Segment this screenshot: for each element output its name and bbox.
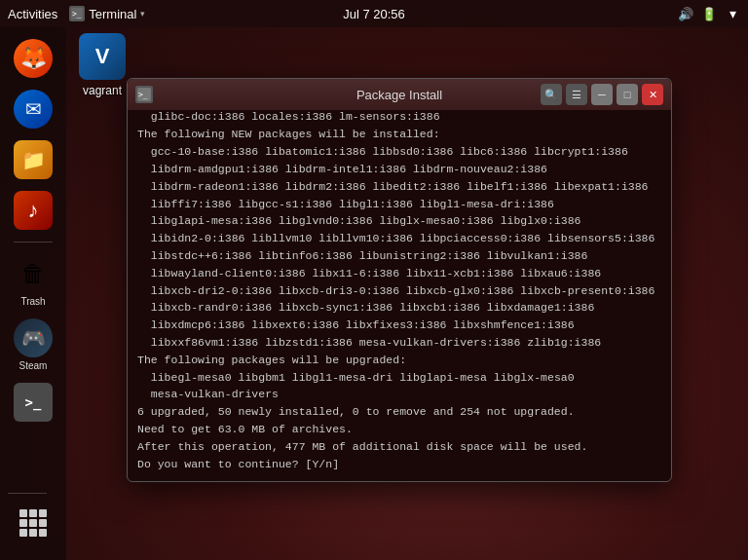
terminal-line: libglapi-mesa:i386 libglvnd0:i386 libglx… (137, 212, 661, 230)
dock-item-trash[interactable]: Trash (8, 250, 58, 311)
topbar: Activities >_ Terminal ▾ Jul 7 20:56 🔊 🔋… (0, 0, 748, 27)
terminal-window-title: Package Install (356, 88, 442, 102)
terminal-line: libegl-mesa0 libgbm1 libgl1-mesa-dri lib… (137, 369, 661, 387)
topbar-datetime: Jul 7 20:56 (343, 7, 405, 21)
dock: Trash Steam (0, 27, 66, 560)
terminal-line: libdrm-radeon1:i386 libdrm2:i386 libedit… (137, 178, 661, 196)
terminal-line: Do you want to continue? [Y/n] (137, 456, 661, 473)
menu-button[interactable]: ☰ (566, 84, 587, 105)
terminal-line: glibc-doc:i386 locales:i386 lm-sensors:i… (137, 110, 661, 126)
vagrant-icon: V (79, 33, 126, 80)
dock-item-appgrid[interactable] (8, 498, 58, 548)
terminal-line: libxcb-randr0:i386 libxcb-sync1:i386 lib… (137, 299, 661, 317)
thunderbird-icon (14, 90, 53, 129)
dock-item-terminal[interactable] (8, 379, 58, 426)
dock-label-trash: Trash (20, 296, 45, 307)
dock-item-steam[interactable]: Steam (8, 315, 58, 375)
topbar-time: 20:56 (373, 7, 405, 21)
terminal-line: 6 upgraded, 50 newly installed, 0 to rem… (137, 403, 661, 421)
terminal-titlebar: >_ Package Install 🔍 ☰ ─ □ ✕ (128, 79, 671, 110)
terminal-line: The following NEW packages will be insta… (137, 126, 661, 143)
terminal-line: libstdc++6:i386 libtinfo6:i386 libunistr… (137, 247, 661, 265)
topbar-left: Activities >_ Terminal ▾ (8, 6, 145, 21)
terminal-line: gcc-10-base:i386 libatomic1:i386 libbsd0… (137, 143, 661, 161)
rhythmbox-icon (14, 191, 53, 230)
desktop: Activities >_ Terminal ▾ Jul 7 20:56 🔊 🔋… (0, 0, 748, 560)
system-menu-icon[interactable]: ▾ (725, 6, 740, 21)
firefox-icon (14, 39, 53, 78)
terminal-line: libdrm-amdgpu1:i386 libdrm-intel1:i386 l… (137, 161, 661, 178)
terminal-dock-icon (14, 383, 53, 422)
battery-icon[interactable]: 🔋 (701, 6, 717, 21)
minimize-button[interactable]: ─ (591, 84, 613, 105)
terminal-line: Need to get 63.0 MB of archives. (137, 421, 661, 438)
terminal-taskbar-icon: >_ (69, 6, 85, 21)
terminal-line: libxcb-dri2-0:i386 libxcb-dri3-0:i386 li… (137, 282, 661, 300)
terminal-taskbar-label: Terminal (89, 7, 136, 21)
terminal-line: libffi7:i386 libgcc-s1:i386 libgl1:i386 … (137, 196, 661, 213)
volume-icon[interactable]: 🔊 (678, 6, 693, 21)
maximize-button[interactable]: □ (617, 84, 638, 105)
desktop-icon-vagrant[interactable]: V vagrant (73, 27, 131, 103)
titlebar-controls: 🔍 ☰ ─ □ ✕ (541, 84, 663, 105)
dock-item-firefox[interactable] (8, 35, 58, 82)
terminal-line: libidn2-0:i386 libllvm10 libllvm10:i386 … (137, 230, 661, 247)
dock-item-thunderbird[interactable] (8, 86, 58, 132)
dock-item-rhythmbox[interactable] (8, 187, 58, 234)
titlebar-app-icon: >_ (135, 86, 153, 103)
dock-bottom (8, 489, 58, 548)
dock-separator-1 (14, 242, 53, 243)
files-icon (14, 140, 53, 179)
steam-icon (14, 318, 53, 357)
terminal-line: libwayland-client0:i386 libx11-6:i386 li… (137, 265, 661, 282)
terminal-line: mesa-vulkan-drivers (137, 386, 661, 403)
terminal-body[interactable]: libxshmfence1:i386 libxxf86vm1:i386 libz… (128, 110, 671, 481)
dock-separator-2 (8, 493, 47, 494)
close-button[interactable]: ✕ (642, 84, 663, 105)
terminal-line: After this operation, 477 MB of addition… (137, 438, 661, 456)
svg-text:>_: >_ (138, 91, 148, 99)
svg-text:>_: >_ (72, 10, 82, 19)
terminal-line: libxxf86vm1:i386 libzstd1:i386 mesa-vulk… (137, 334, 661, 352)
dock-label-steam: Steam (19, 360, 48, 371)
trash-icon (14, 254, 53, 293)
dock-item-files[interactable] (8, 136, 58, 183)
terminal-window: >_ Package Install 🔍 ☰ ─ □ ✕ libxshmfenc… (127, 78, 672, 482)
topbar-terminal-indicator[interactable]: >_ Terminal ▾ (69, 6, 145, 21)
search-button[interactable]: 🔍 (541, 84, 562, 105)
topbar-right: 🔊 🔋 ▾ (678, 6, 740, 21)
terminal-line: The following packages will be upgraded: (137, 352, 661, 369)
activities-button[interactable]: Activities (8, 7, 57, 21)
topbar-date: Jul 7 (343, 7, 369, 21)
vagrant-label: vagrant (83, 84, 122, 97)
terminal-taskbar-chevron: ▾ (140, 9, 145, 19)
terminal-line: libxdmcp6:i386 libxext6:i386 libxfixes3:… (137, 317, 661, 334)
